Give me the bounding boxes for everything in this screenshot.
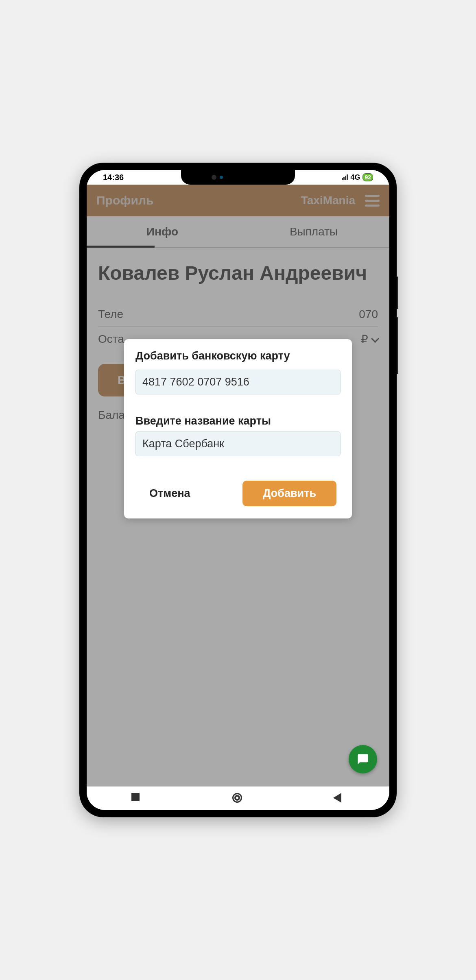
cancel-button[interactable]: Отмена xyxy=(140,481,200,506)
chat-icon xyxy=(357,753,369,765)
network-label: 4G xyxy=(350,173,360,182)
recent-apps-button[interactable] xyxy=(131,793,143,804)
home-button[interactable] xyxy=(232,793,244,804)
phone-notch xyxy=(181,170,295,185)
add-card-dialog: Добавить банковскую карту Введите назван… xyxy=(124,339,352,518)
signal-icon xyxy=(342,174,348,180)
card-name-input[interactable] xyxy=(135,431,341,456)
android-nav-bar xyxy=(87,786,389,810)
add-button[interactable]: Добавить xyxy=(242,481,336,506)
status-time: 14:36 xyxy=(103,173,124,182)
dialog-title: Добавить банковскую карту xyxy=(135,350,341,362)
back-button[interactable] xyxy=(333,793,345,804)
card-number-input[interactable] xyxy=(135,370,341,394)
modal-overlay[interactable]: Добавить банковскую карту Введите назван… xyxy=(87,185,389,786)
battery-icon: 92 xyxy=(362,173,373,181)
card-name-label: Введите название карты xyxy=(135,415,341,427)
chat-fab[interactable] xyxy=(349,745,377,773)
